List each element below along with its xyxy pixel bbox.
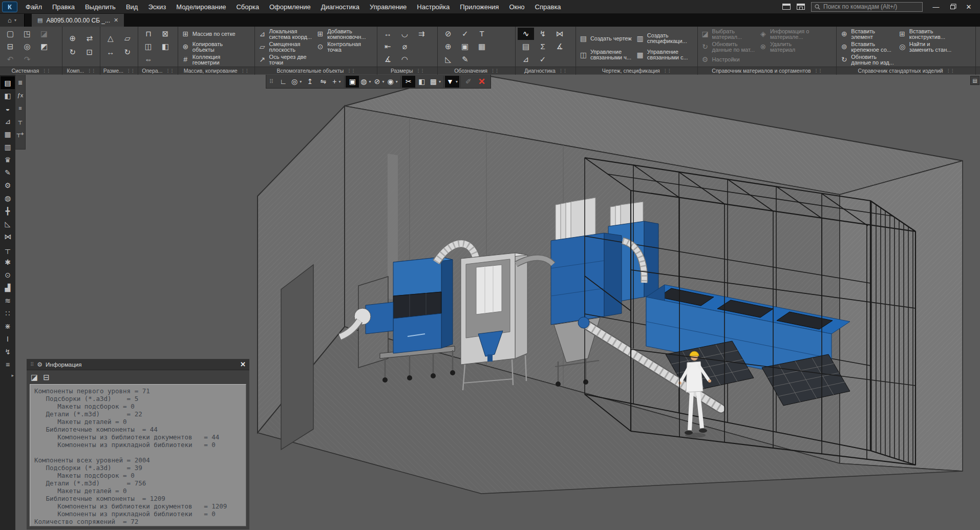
wireframe-display-button[interactable]: ◍ xyxy=(359,76,372,88)
offset-plane-button[interactable]: ▱Смещенная плоскость xyxy=(257,40,313,53)
materials-icon[interactable]: ▦ xyxy=(1,128,15,140)
automation-icon[interactable]: ⚙ xyxy=(1,179,15,192)
section-bowtie-icon[interactable]: ⋈ xyxy=(1,230,15,243)
clip-region-button[interactable]: ◧ xyxy=(415,76,429,88)
layers-icon[interactable]: ≡ xyxy=(16,103,25,113)
stamp-icon[interactable]: ▣ xyxy=(457,40,473,53)
section-view-button[interactable]: ✂ xyxy=(402,76,415,88)
fastener-icon[interactable]: ↯ xyxy=(1,345,15,358)
springs-icon[interactable]: ≋ xyxy=(1,294,15,307)
model-tree-icon[interactable]: ≣ xyxy=(16,77,25,88)
print-preview-icon[interactable]: ◎ xyxy=(19,40,35,53)
rotate-component-icon[interactable]: ↻ xyxy=(65,46,81,58)
group-grip-icon[interactable]: ⋮⋮ xyxy=(491,68,499,73)
group-grip-icon[interactable]: ⋮⋮ xyxy=(663,68,671,73)
sidebar-expander[interactable]: ▸ xyxy=(11,373,15,378)
print-icon[interactable]: ⊟ xyxy=(2,40,18,53)
information-panel-header[interactable]: ⠿ ⚙ Информация ✕ xyxy=(27,359,249,370)
close-button[interactable]: ✕ xyxy=(962,1,976,13)
trace-check-icon[interactable]: ⊿ xyxy=(518,53,534,66)
toolbar-grip-icon[interactable]: ⠿ xyxy=(267,78,275,85)
tools-icon[interactable]: ⋇ xyxy=(1,320,15,332)
right-panel-toggle-icon[interactable]: ▤ xyxy=(970,76,979,85)
menu-item[interactable]: Окно xyxy=(504,0,529,14)
menu-item[interactable]: Моделирование xyxy=(171,0,231,14)
shaded-display-button[interactable]: ▣ xyxy=(346,76,359,88)
menu-item[interactable]: Настройка xyxy=(412,0,455,14)
statistics-icon[interactable]: ▟ xyxy=(1,281,15,294)
minimize-button[interactable]: — xyxy=(929,1,943,13)
distance-icon[interactable]: ↔ xyxy=(102,46,119,58)
check-element-icon[interactable]: ↯ xyxy=(535,28,551,40)
group-grip-icon[interactable]: ⋮⋮ xyxy=(814,68,822,73)
geometry-collection-button[interactable]: #Коллекция геометрии xyxy=(180,53,237,66)
linear-dimension-icon[interactable]: ⇤ xyxy=(379,40,396,53)
table-icon[interactable]: ▦ xyxy=(474,40,490,53)
tab-close-icon[interactable]: ✕ xyxy=(114,17,118,24)
intersection-check-icon[interactable]: ⋈ xyxy=(551,28,568,40)
control-point-button[interactable]: ⊙Контрольная точка xyxy=(315,40,367,53)
group-grip-icon[interactable]: ⋮⋮ xyxy=(42,68,50,73)
cleanup-icon[interactable]: ✱ xyxy=(1,256,15,268)
move-component-icon[interactable]: ⇄ xyxy=(81,32,98,45)
flip-view-button[interactable]: ⇋ xyxy=(316,76,330,88)
check-mark-icon[interactable]: ✓ xyxy=(457,28,473,40)
sheet-stack-icon[interactable]: ≡ xyxy=(1,358,15,371)
axis-two-points-button[interactable]: ↗Ось через две точки xyxy=(257,53,313,66)
insert-fastener-button[interactable]: ⊚Вставить крепежное со... xyxy=(839,40,894,53)
manipulator-icon[interactable]: ╋ xyxy=(1,204,15,217)
diameter-dimension-icon[interactable]: ⌀ xyxy=(396,40,413,53)
find-replace-standard-button[interactable]: ◎Найти и заменить стан... xyxy=(897,40,953,53)
manage-linked-drawings-button[interactable]: ◫Управление связанными ч... xyxy=(578,47,633,63)
check-curve-icon[interactable]: ∿ xyxy=(518,28,534,40)
mirror-body-icon[interactable]: ◧ xyxy=(157,40,174,53)
local-cs-button[interactable]: ⊿Локальная система коорд... xyxy=(257,28,313,40)
new-document-icon[interactable]: ▢ xyxy=(2,28,18,40)
menu-item[interactable]: Сборка xyxy=(231,0,264,14)
menu-item[interactable]: Эскиз xyxy=(143,0,171,14)
info-document-icon[interactable]: ▤ xyxy=(518,40,534,53)
structure-tree-icon[interactable]: ┬ xyxy=(1,243,15,256)
place-component-icon[interactable]: ⊡ xyxy=(81,46,98,58)
add-component-icon[interactable]: ⊕ xyxy=(65,32,81,45)
section-mark-icon[interactable]: ⊘ xyxy=(440,28,456,40)
update-material-data-button[interactable]: ↻Обновить данные по мат... xyxy=(700,40,756,53)
center-mark-icon[interactable]: ⊕ xyxy=(440,40,456,53)
group-grip-icon[interactable]: ⋮⋮ xyxy=(165,68,174,73)
screen-capture-icon[interactable] xyxy=(797,4,805,10)
group-grip-icon[interactable]: ⋮⋮ xyxy=(559,68,567,73)
group-grip-icon[interactable]: ⋮⋮ xyxy=(126,68,135,73)
orient-view-button[interactable]: ↥ xyxy=(303,76,316,88)
arc-dimension-icon[interactable]: ◠ xyxy=(396,53,413,66)
solid-modeling-icon[interactable]: ◧ xyxy=(1,89,15,102)
coordinate-system-button[interactable]: ∟ xyxy=(276,76,290,88)
zoom-button[interactable]: ◎ xyxy=(290,76,303,88)
group-grip-icon[interactable]: ⋮⋮ xyxy=(241,68,249,73)
radial-dimension-icon[interactable]: ◡ xyxy=(396,28,413,40)
chain-dimension-icon[interactable]: ⇉ xyxy=(413,28,430,40)
hierarchy-icon[interactable]: ┬ xyxy=(16,116,25,126)
sketch-icon[interactable]: ⊿ xyxy=(1,115,15,128)
windows-layout-icon[interactable] xyxy=(782,4,791,10)
menu-item[interactable]: Оформление xyxy=(264,0,316,14)
kompas-logo[interactable]: К xyxy=(2,2,17,12)
open-document-icon[interactable]: ◳ xyxy=(19,28,35,40)
profile-beam-icon[interactable]: I xyxy=(1,332,15,345)
create-drawing-button[interactable]: ▤Создать чертеж xyxy=(578,30,633,47)
command-search[interactable] xyxy=(811,2,923,12)
group-grip-icon[interactable]: ⋮⋮ xyxy=(946,68,954,73)
gear-pair-icon[interactable]: ∷ xyxy=(1,307,15,320)
update-product-data-button[interactable]: ↻Обновить данные по изд... xyxy=(839,53,894,66)
styles-pen-icon[interactable]: ✎ xyxy=(1,166,15,179)
material-info-button[interactable]: ◈Информация о материале... xyxy=(758,28,811,40)
text-icon[interactable]: T xyxy=(474,28,490,40)
print-report-icon[interactable]: ⊟ xyxy=(43,373,50,382)
hide-objects-button[interactable]: ⊘ xyxy=(373,76,386,88)
doorway[interactable] xyxy=(281,265,313,450)
menu-item[interactable]: Правка xyxy=(47,0,80,14)
kompas-apps-icon[interactable]: ◍ xyxy=(1,192,15,204)
panel-close-button[interactable]: ✕ xyxy=(240,361,246,368)
axes-button[interactable]: + xyxy=(330,76,343,88)
layout-geometry-button[interactable]: ⊞Добавить компоновочн... xyxy=(315,28,367,40)
edit-note-icon[interactable]: ✎ xyxy=(457,53,473,66)
